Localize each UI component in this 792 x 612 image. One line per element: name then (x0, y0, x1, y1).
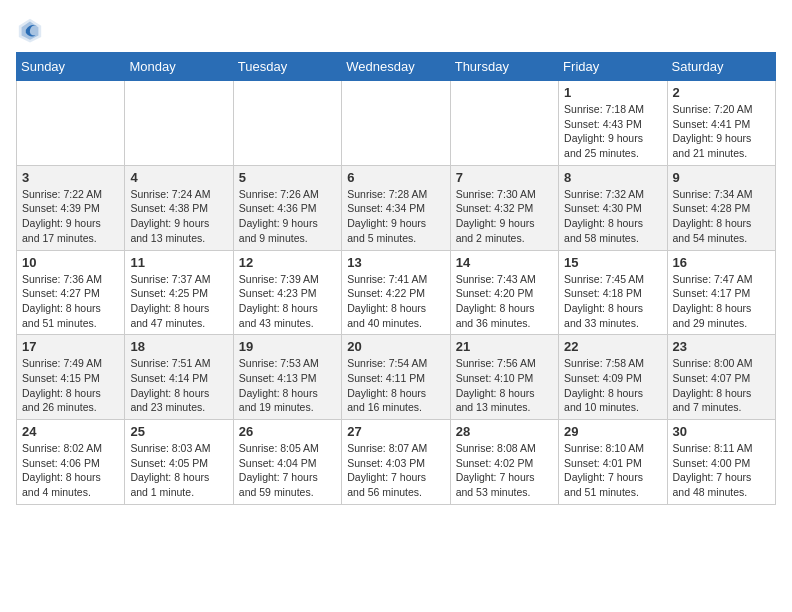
day-info: Sunrise: 7:34 AMSunset: 4:28 PMDaylight:… (673, 187, 770, 246)
col-header-wednesday: Wednesday (342, 53, 450, 81)
day-number: 25 (130, 424, 227, 439)
day-number: 7 (456, 170, 553, 185)
day-info: Sunrise: 7:47 AMSunset: 4:17 PMDaylight:… (673, 272, 770, 331)
calendar-cell (450, 81, 558, 166)
day-number: 27 (347, 424, 444, 439)
col-header-sunday: Sunday (17, 53, 125, 81)
col-header-thursday: Thursday (450, 53, 558, 81)
day-number: 29 (564, 424, 661, 439)
day-info: Sunrise: 7:37 AMSunset: 4:25 PMDaylight:… (130, 272, 227, 331)
calendar-week-4: 17Sunrise: 7:49 AMSunset: 4:15 PMDayligh… (17, 335, 776, 420)
day-info: Sunrise: 7:36 AMSunset: 4:27 PMDaylight:… (22, 272, 119, 331)
calendar-cell: 9Sunrise: 7:34 AMSunset: 4:28 PMDaylight… (667, 165, 775, 250)
calendar-cell: 5Sunrise: 7:26 AMSunset: 4:36 PMDaylight… (233, 165, 341, 250)
calendar-cell: 11Sunrise: 7:37 AMSunset: 4:25 PMDayligh… (125, 250, 233, 335)
day-info: Sunrise: 7:58 AMSunset: 4:09 PMDaylight:… (564, 356, 661, 415)
calendar-cell: 20Sunrise: 7:54 AMSunset: 4:11 PMDayligh… (342, 335, 450, 420)
calendar-cell: 13Sunrise: 7:41 AMSunset: 4:22 PMDayligh… (342, 250, 450, 335)
calendar-cell: 10Sunrise: 7:36 AMSunset: 4:27 PMDayligh… (17, 250, 125, 335)
calendar-cell: 21Sunrise: 7:56 AMSunset: 4:10 PMDayligh… (450, 335, 558, 420)
day-info: Sunrise: 7:56 AMSunset: 4:10 PMDaylight:… (456, 356, 553, 415)
day-info: Sunrise: 7:41 AMSunset: 4:22 PMDaylight:… (347, 272, 444, 331)
calendar-cell: 8Sunrise: 7:32 AMSunset: 4:30 PMDaylight… (559, 165, 667, 250)
day-number: 15 (564, 255, 661, 270)
day-info: Sunrise: 7:43 AMSunset: 4:20 PMDaylight:… (456, 272, 553, 331)
calendar-cell: 29Sunrise: 8:10 AMSunset: 4:01 PMDayligh… (559, 420, 667, 505)
col-header-friday: Friday (559, 53, 667, 81)
calendar-cell (17, 81, 125, 166)
day-number: 26 (239, 424, 336, 439)
day-info: Sunrise: 7:18 AMSunset: 4:43 PMDaylight:… (564, 102, 661, 161)
page-header (16, 16, 776, 44)
calendar-cell: 28Sunrise: 8:08 AMSunset: 4:02 PMDayligh… (450, 420, 558, 505)
day-number: 12 (239, 255, 336, 270)
day-number: 6 (347, 170, 444, 185)
day-number: 19 (239, 339, 336, 354)
day-info: Sunrise: 7:39 AMSunset: 4:23 PMDaylight:… (239, 272, 336, 331)
day-info: Sunrise: 8:07 AMSunset: 4:03 PMDaylight:… (347, 441, 444, 500)
day-info: Sunrise: 8:11 AMSunset: 4:00 PMDaylight:… (673, 441, 770, 500)
day-number: 30 (673, 424, 770, 439)
day-number: 20 (347, 339, 444, 354)
logo-icon (16, 16, 44, 44)
day-info: Sunrise: 7:30 AMSunset: 4:32 PMDaylight:… (456, 187, 553, 246)
calendar-week-3: 10Sunrise: 7:36 AMSunset: 4:27 PMDayligh… (17, 250, 776, 335)
calendar-cell: 12Sunrise: 7:39 AMSunset: 4:23 PMDayligh… (233, 250, 341, 335)
day-number: 23 (673, 339, 770, 354)
calendar-cell: 6Sunrise: 7:28 AMSunset: 4:34 PMDaylight… (342, 165, 450, 250)
day-number: 14 (456, 255, 553, 270)
calendar-cell: 4Sunrise: 7:24 AMSunset: 4:38 PMDaylight… (125, 165, 233, 250)
day-number: 11 (130, 255, 227, 270)
day-info: Sunrise: 7:54 AMSunset: 4:11 PMDaylight:… (347, 356, 444, 415)
day-info: Sunrise: 8:10 AMSunset: 4:01 PMDaylight:… (564, 441, 661, 500)
day-info: Sunrise: 8:05 AMSunset: 4:04 PMDaylight:… (239, 441, 336, 500)
day-number: 10 (22, 255, 119, 270)
day-number: 4 (130, 170, 227, 185)
day-number: 16 (673, 255, 770, 270)
calendar-cell: 7Sunrise: 7:30 AMSunset: 4:32 PMDaylight… (450, 165, 558, 250)
calendar-cell: 30Sunrise: 8:11 AMSunset: 4:00 PMDayligh… (667, 420, 775, 505)
calendar-week-1: 1Sunrise: 7:18 AMSunset: 4:43 PMDaylight… (17, 81, 776, 166)
day-number: 17 (22, 339, 119, 354)
calendar-cell: 3Sunrise: 7:22 AMSunset: 4:39 PMDaylight… (17, 165, 125, 250)
day-number: 18 (130, 339, 227, 354)
day-number: 28 (456, 424, 553, 439)
calendar-cell: 19Sunrise: 7:53 AMSunset: 4:13 PMDayligh… (233, 335, 341, 420)
col-header-saturday: Saturday (667, 53, 775, 81)
day-info: Sunrise: 7:24 AMSunset: 4:38 PMDaylight:… (130, 187, 227, 246)
day-info: Sunrise: 8:03 AMSunset: 4:05 PMDaylight:… (130, 441, 227, 500)
calendar-header-row: SundayMondayTuesdayWednesdayThursdayFrid… (17, 53, 776, 81)
calendar-week-2: 3Sunrise: 7:22 AMSunset: 4:39 PMDaylight… (17, 165, 776, 250)
day-info: Sunrise: 7:49 AMSunset: 4:15 PMDaylight:… (22, 356, 119, 415)
calendar-cell: 24Sunrise: 8:02 AMSunset: 4:06 PMDayligh… (17, 420, 125, 505)
calendar-cell (233, 81, 341, 166)
calendar-table: SundayMondayTuesdayWednesdayThursdayFrid… (16, 52, 776, 505)
day-number: 21 (456, 339, 553, 354)
day-number: 9 (673, 170, 770, 185)
day-info: Sunrise: 7:28 AMSunset: 4:34 PMDaylight:… (347, 187, 444, 246)
calendar-cell: 27Sunrise: 8:07 AMSunset: 4:03 PMDayligh… (342, 420, 450, 505)
day-info: Sunrise: 7:26 AMSunset: 4:36 PMDaylight:… (239, 187, 336, 246)
day-number: 3 (22, 170, 119, 185)
day-info: Sunrise: 8:00 AMSunset: 4:07 PMDaylight:… (673, 356, 770, 415)
day-info: Sunrise: 7:45 AMSunset: 4:18 PMDaylight:… (564, 272, 661, 331)
calendar-week-5: 24Sunrise: 8:02 AMSunset: 4:06 PMDayligh… (17, 420, 776, 505)
day-info: Sunrise: 8:02 AMSunset: 4:06 PMDaylight:… (22, 441, 119, 500)
calendar-cell (342, 81, 450, 166)
calendar-cell (125, 81, 233, 166)
calendar-cell: 22Sunrise: 7:58 AMSunset: 4:09 PMDayligh… (559, 335, 667, 420)
day-info: Sunrise: 7:32 AMSunset: 4:30 PMDaylight:… (564, 187, 661, 246)
day-info: Sunrise: 8:08 AMSunset: 4:02 PMDaylight:… (456, 441, 553, 500)
day-number: 8 (564, 170, 661, 185)
col-header-tuesday: Tuesday (233, 53, 341, 81)
calendar-cell: 25Sunrise: 8:03 AMSunset: 4:05 PMDayligh… (125, 420, 233, 505)
day-info: Sunrise: 7:22 AMSunset: 4:39 PMDaylight:… (22, 187, 119, 246)
calendar-cell: 14Sunrise: 7:43 AMSunset: 4:20 PMDayligh… (450, 250, 558, 335)
calendar-cell: 2Sunrise: 7:20 AMSunset: 4:41 PMDaylight… (667, 81, 775, 166)
day-info: Sunrise: 7:51 AMSunset: 4:14 PMDaylight:… (130, 356, 227, 415)
calendar-cell: 1Sunrise: 7:18 AMSunset: 4:43 PMDaylight… (559, 81, 667, 166)
calendar-cell: 18Sunrise: 7:51 AMSunset: 4:14 PMDayligh… (125, 335, 233, 420)
day-number: 24 (22, 424, 119, 439)
calendar-cell: 17Sunrise: 7:49 AMSunset: 4:15 PMDayligh… (17, 335, 125, 420)
day-number: 2 (673, 85, 770, 100)
